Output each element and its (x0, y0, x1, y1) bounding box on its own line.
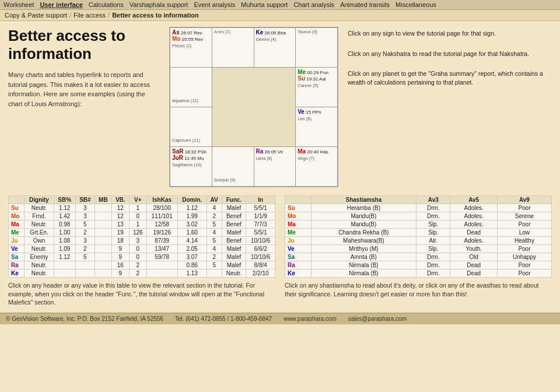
nav-chart-analysis[interactable]: Chart analysis (293, 1, 334, 8)
nav-miscellaneous[interactable]: Miscellaneous (396, 1, 436, 8)
annotation-nakshatra-text: Click on any Nakshatra to read the tutor… (348, 50, 529, 57)
table-row[interactable]: MaMaridu(B)Slp.Adoles.Poor (285, 220, 552, 229)
table1-caption: Click on any header or any value in this… (8, 281, 275, 307)
sign-cancer[interactable]: Cancer (5) (298, 83, 335, 88)
annotation-nakshatra: Click on any Nakshatra to read the tutor… (348, 50, 552, 58)
col-mb[interactable]: MB (95, 196, 112, 204)
planet-ma-chart[interactable]: Ma (298, 148, 306, 155)
table-row[interactable]: JuMaheshwara(B)Alr.Adoles.Healthy (285, 237, 552, 245)
col-shastiamsha[interactable]: Shastiamsha (311, 196, 416, 204)
footer-email[interactable]: sales@parashara.com (348, 316, 407, 322)
col-sb-pct[interactable]: SB% (54, 196, 75, 204)
table-row[interactable]: RaNeutr.1620.865Malef8/8/4 (9, 261, 275, 270)
footer-copyright: © GeoVision Software, Inc. P.O. Box 2152… (6, 316, 163, 322)
nav-varshaphala[interactable]: Varshaphala support (130, 1, 188, 8)
col-dignity[interactable]: Dignity (24, 196, 54, 204)
dignity-table[interactable]: Dignity SB% SB# MB VB. V+ IshKas Domin. … (8, 195, 275, 278)
nav-event-analysis[interactable]: Event analysis (194, 1, 235, 8)
sign-virgo[interactable]: Virgo (7) (298, 156, 335, 161)
table-row[interactable]: MeChandra Rekha (B)Slp.DeadLow (285, 229, 552, 237)
sign-libra[interactable]: Libra (8) (256, 156, 294, 161)
sign-pisces[interactable]: Pisces (1) (172, 43, 210, 48)
dignity-table-block: Dignity SB% SB# MB VB. V+ IshKas Domin. … (8, 195, 275, 307)
table2-caption: Click on any shastiamsha to read about i… (285, 281, 552, 298)
table-row[interactable]: MoFrnd.1.423120111/1011.992Benef1/1/9 (9, 212, 275, 220)
table-row[interactable]: RaNirmala (B)Drm.DeadPoor (285, 261, 552, 270)
annotation-sign: Click on any sign to view the tutorial p… (348, 29, 552, 38)
planet-sa-chart[interactable]: SaR (172, 148, 183, 155)
table-row[interactable]: MaNeutr.0.98513112/583.025Benef7/7/3 (9, 220, 275, 229)
footer: © GeoVision Software, Inc. P.O. Box 2152… (0, 313, 560, 324)
col-av5[interactable]: Av5 (450, 196, 497, 204)
breadcrumb-sep2: / (108, 12, 110, 19)
sign-scorpio[interactable]: Scorpio (9) (214, 177, 252, 183)
table-row[interactable]: MeGrt.En.1.0021912619/1261.604Malef5/5/1 (9, 229, 275, 237)
nav-calculations[interactable]: Calculations (89, 1, 124, 8)
table-row[interactable]: SaEnemy1.1259059/783.072Malef10/10/6 (9, 253, 275, 261)
breadcrumb-current: Better access to information (112, 12, 199, 19)
table-row[interactable]: MoMaridu(B)Drm.Adoles.Serene (285, 212, 552, 220)
sign-leo[interactable]: Leo (6) (298, 116, 335, 121)
planet-ve-chart[interactable]: Ve (298, 108, 304, 115)
planet-ju-chart[interactable]: JuR (172, 155, 183, 161)
table-row[interactable]: JuOwn1.08318387/394.145Benef10/10/6 (9, 237, 275, 245)
col-av3[interactable]: Av3 (416, 196, 450, 204)
top-navigation: Worksheet User interface Calculations Va… (0, 0, 560, 10)
table-row[interactable]: SuHeramba (B)Drm.Adoles.Poor (285, 204, 552, 212)
footer-phone: Tel. (641) 472-0855 / 1-800-459-6847 (175, 316, 272, 322)
page-description: Many charts and tables hyperlink to repo… (8, 70, 160, 108)
planet-su-chart[interactable]: Su (298, 75, 305, 82)
astrology-chart: As 26:07 Rev Mo 20:55 Rev Pisces (1) Ari… (169, 27, 338, 187)
planet-as[interactable]: As (172, 29, 180, 36)
col-vplus[interactable]: V+ (129, 196, 146, 204)
sign-aquarius[interactable]: Aquarius (12) (172, 98, 210, 103)
main-content: Better access to information Many charts… (0, 21, 560, 313)
breadcrumb: Copy & Paste support / File access / Bet… (0, 10, 560, 21)
col-av[interactable]: AV (206, 196, 222, 204)
table-row[interactable]: VeMrithyu (M)Slp.Youth.Poor (285, 245, 552, 253)
sign-aries[interactable]: Aries (2) (214, 29, 252, 34)
sign-capricorn[interactable]: Capricorn (11) (172, 138, 210, 143)
chart-center (212, 68, 295, 147)
sign-gemini[interactable]: Gemini (4) (256, 37, 294, 42)
left-panel: Better access to information Many charts… (8, 27, 160, 108)
annotation-planet-text: Click on any planet to get the "Graha su… (348, 70, 543, 86)
nav-user-interface[interactable]: User interface (40, 1, 82, 8)
annotations-panel: Click on any sign to view the tutorial p… (348, 27, 552, 87)
table-row[interactable]: SuNeutr.1.12312128/1001.124Malef5/5/1 (9, 204, 275, 212)
tables-section: Dignity SB% SB# MB VB. V+ IshKas Domin. … (8, 195, 552, 307)
col-s-planet[interactable] (285, 196, 312, 204)
col-av9[interactable]: Av9 (497, 196, 551, 204)
sign-taurus[interactable]: Taurus (3) (298, 29, 335, 34)
breadcrumb-file-access[interactable]: File access (74, 12, 106, 19)
planet-ke-chart[interactable]: Ke (256, 29, 264, 36)
nav-muhurta[interactable]: Muhurta support (241, 1, 288, 8)
col-planet[interactable] (9, 196, 24, 204)
breadcrumb-copy-paste[interactable]: Copy & Paste support (5, 12, 67, 19)
planet-me-chart[interactable]: Me (298, 69, 306, 75)
header-section: Better access to information Many charts… (8, 27, 552, 187)
table-row[interactable]: SaAmnta (B)Drm.OldUnhappy (285, 253, 552, 261)
page-title: Better access to information (8, 27, 160, 63)
planet-ra-chart[interactable]: Ra (256, 148, 264, 155)
nav-animated-transits[interactable]: Animated transits (340, 1, 390, 8)
table-row[interactable]: KeNeutr.921.13Neutr.2/2/10 (9, 270, 275, 278)
table-row[interactable]: KeNirmala (B)Drm.DeadPoor (285, 270, 552, 278)
breadcrumb-sep1: / (69, 12, 71, 19)
col-in[interactable]: In (246, 196, 275, 204)
col-ishkas[interactable]: IshKas (146, 196, 177, 204)
annotation-planet: Click on any planet to get the "Graha su… (348, 69, 552, 86)
col-func[interactable]: Func. (222, 196, 246, 204)
nav-worksheet[interactable]: Worksheet (4, 1, 34, 8)
col-domin[interactable]: Domin. (177, 196, 206, 204)
shastiamsha-table-block: Shastiamsha Av3 Av5 Av9 SuHeramba (B)Drm… (285, 195, 552, 298)
table-row[interactable]: VeNeutr.1.0929013/472.054Malef6/6/2 (9, 245, 275, 253)
col-vb[interactable]: VB. (111, 196, 129, 204)
annotation-sign-text: Click on any sign to view the tutorial p… (348, 30, 496, 37)
sign-sagittarius[interactable]: Sagittarius (10) (172, 162, 210, 167)
footer-website[interactable]: www.parashara.com (284, 316, 337, 322)
shastiamsha-table[interactable]: Shastiamsha Av3 Av5 Av9 SuHeramba (B)Drm… (285, 195, 552, 278)
col-sb-num[interactable]: SB# (75, 196, 94, 204)
planet-mo-chart[interactable]: Mo (172, 36, 180, 42)
